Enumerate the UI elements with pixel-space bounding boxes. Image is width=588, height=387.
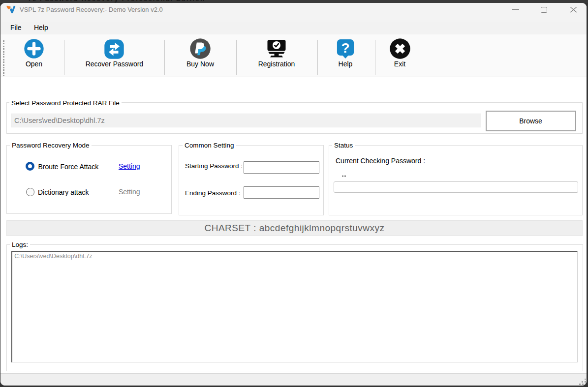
svg-text:?: ?: [341, 40, 349, 56]
